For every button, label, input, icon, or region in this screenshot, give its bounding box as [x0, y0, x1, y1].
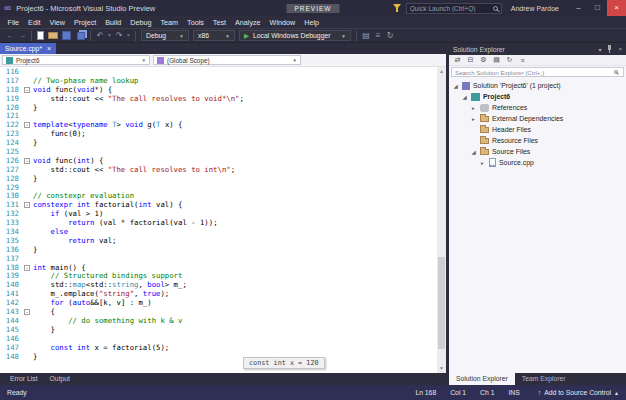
- back-arrow-icon[interactable]: ←: [4, 29, 16, 42]
- editor-tab-strip: Source.cpp* ×: [0, 43, 446, 54]
- fold-collapse-icon[interactable]: -: [24, 202, 30, 208]
- new-file-icon[interactable]: [37, 31, 44, 40]
- properties-icon[interactable]: ⚙: [478, 56, 489, 64]
- solution-platforms-icon[interactable]: ▤: [360, 29, 372, 42]
- code-line[interactable]: 127 std::cout << "The call resolves to i…: [0, 166, 437, 175]
- tree-item-source-cpp[interactable]: ▸Source.cpp: [449, 157, 626, 168]
- fold-margin: -: [23, 264, 33, 273]
- user-account-button[interactable]: Andrew Pardoe: [511, 5, 559, 12]
- solution-tree: ◢Solution 'Project6' (1 project)◢Project…: [449, 79, 626, 373]
- tab-source-cpp[interactable]: Source.cpp* ×: [0, 43, 56, 54]
- expander-expanded-icon[interactable]: ◢: [452, 83, 459, 89]
- fold-collapse-icon[interactable]: -: [24, 122, 30, 128]
- fold-margin: [23, 246, 33, 255]
- code-line[interactable]: 124}: [0, 139, 437, 148]
- expander-collapsed-icon[interactable]: ▸: [479, 160, 486, 166]
- code-line[interactable]: 123 func(0);: [0, 130, 437, 139]
- menu-debug[interactable]: Debug: [126, 18, 156, 27]
- fold-collapse-icon[interactable]: -: [24, 309, 30, 315]
- expander-expanded-icon[interactable]: ◢: [461, 94, 468, 100]
- view-menu-icon[interactable]: ≡: [517, 57, 528, 64]
- code-line[interactable]: 120}: [0, 104, 437, 113]
- undo-icon[interactable]: ↶: [94, 29, 106, 42]
- window-position-chevron-icon[interactable]: ▾: [598, 46, 601, 53]
- code-line[interactable]: 136}: [0, 246, 437, 255]
- menu-build[interactable]: Build: [101, 18, 126, 27]
- sync-with-active-document-icon[interactable]: ⇄: [452, 56, 463, 64]
- tree-item-references[interactable]: ▸References: [449, 102, 626, 113]
- panel-tab-solution-explorer[interactable]: Solution Explorer: [449, 373, 515, 385]
- menu-help[interactable]: Help: [300, 18, 324, 27]
- tree-item-project6[interactable]: ◢Project6: [449, 91, 626, 102]
- save-all-icon[interactable]: [77, 32, 85, 40]
- scope-dropdown[interactable]: (Global Scope) ▼: [153, 55, 301, 65]
- solution-platform-dropdown[interactable]: x86 ▼: [193, 30, 235, 41]
- expander-expanded-icon[interactable]: ◢: [470, 149, 477, 155]
- find-in-files-icon[interactable]: ≡: [372, 29, 384, 42]
- scroll-down-icon[interactable]: ▼: [437, 364, 446, 373]
- code-text: }: [33, 326, 55, 335]
- solution-configuration-dropdown[interactable]: Debug ▼: [141, 30, 189, 41]
- panel-close-icon[interactable]: ×: [618, 46, 622, 52]
- scrollbar-thumb[interactable]: [438, 257, 445, 349]
- tree-item-external-dependencies[interactable]: ▸External Dependencies: [449, 113, 626, 124]
- minimize-button[interactable]: –: [569, 0, 588, 16]
- start-debugging-button[interactable]: ▶ Local Windows Debugger ▼: [239, 30, 351, 41]
- menu-tools[interactable]: Tools: [183, 18, 209, 27]
- configuration-value: Debug: [146, 32, 166, 39]
- pin-icon[interactable]: [606, 45, 613, 54]
- fold-collapse-icon[interactable]: -: [24, 158, 30, 164]
- menu-view[interactable]: View: [45, 18, 69, 27]
- code-line[interactable]: 148}: [0, 353, 437, 362]
- code-line[interactable]: 147 const int x = factorial(5);: [0, 344, 437, 353]
- code-line[interactable]: 119 std::cout << "The call resolves to v…: [0, 95, 437, 104]
- refresh-icon[interactable]: ↻: [384, 29, 396, 42]
- code-line[interactable]: 135 return val;: [0, 237, 437, 246]
- chevron-up-icon: ▲: [614, 390, 619, 396]
- tree-item-source-files[interactable]: ◢Source Files: [449, 146, 626, 157]
- forward-arrow-icon[interactable]: →: [16, 29, 28, 42]
- redo-dropdown-icon[interactable]: ▾: [125, 29, 132, 42]
- tree-item-resource-files[interactable]: Resource Files: [449, 135, 626, 146]
- show-all-files-icon[interactable]: ▤: [491, 56, 502, 64]
- redo-icon[interactable]: ↷: [113, 29, 125, 42]
- undo-dropdown-icon[interactable]: ▾: [106, 29, 113, 42]
- close-button[interactable]: ×: [607, 0, 626, 16]
- refresh-icon[interactable]: ↻: [504, 56, 515, 64]
- add-to-source-control-button[interactable]: ↑ Add to Source Control ▲: [538, 389, 619, 396]
- menu-window[interactable]: Window: [265, 18, 300, 27]
- code-area[interactable]: 116117// Two-phase name lookup118-void f…: [0, 67, 446, 373]
- code-line[interactable]: 145 }: [0, 326, 437, 335]
- tab-close-icon[interactable]: ×: [47, 44, 51, 54]
- code-line[interactable]: 142 for (auto&&[k, v] : m_): [0, 299, 437, 308]
- menu-file[interactable]: File: [3, 18, 24, 27]
- panel-tab-team-explorer[interactable]: Team Explorer: [515, 373, 573, 385]
- maximize-button[interactable]: □: [588, 0, 607, 16]
- fold-collapse-icon[interactable]: -: [24, 265, 30, 271]
- open-file-icon[interactable]: [48, 32, 58, 39]
- tree-item-header-files[interactable]: Header Files: [449, 124, 626, 135]
- expander-collapsed-icon[interactable]: ▸: [470, 116, 477, 122]
- search-solution-explorer-input[interactable]: Search Solution Explorer (Ctrl+;): [451, 67, 624, 77]
- feedback-funnel-icon[interactable]: [393, 3, 402, 13]
- menu-test[interactable]: Test: [208, 18, 230, 27]
- scroll-up-icon[interactable]: ▲: [437, 67, 446, 76]
- expander-collapsed-icon[interactable]: ▸: [470, 105, 477, 111]
- tree-item-solution-project6-1-project[interactable]: ◢Solution 'Project6' (1 project): [449, 80, 626, 91]
- editor-scrollbar[interactable]: ▲ ▼: [437, 67, 446, 373]
- code-line[interactable]: 128}: [0, 175, 437, 184]
- fold-margin: [23, 130, 33, 139]
- save-icon[interactable]: [62, 31, 71, 40]
- tool-window-tab-output[interactable]: Output: [44, 373, 76, 385]
- status-line: Ln 168: [415, 389, 436, 396]
- collapse-all-icon[interactable]: ⊟: [465, 56, 476, 64]
- code-line[interactable]: 144 // do something with k & v: [0, 317, 437, 326]
- menu-analyze[interactable]: Analyze: [231, 18, 266, 27]
- project-dropdown[interactable]: Project6 ▼: [2, 55, 150, 65]
- tool-window-tab-error-list[interactable]: Error List: [4, 373, 44, 385]
- quick-launch-input[interactable]: Quick Launch (Ctrl+Q): [406, 3, 502, 14]
- menu-edit[interactable]: Edit: [24, 18, 45, 27]
- menu-project[interactable]: Project: [69, 18, 100, 27]
- fold-collapse-icon[interactable]: -: [24, 87, 30, 93]
- menu-team[interactable]: Team: [156, 18, 183, 27]
